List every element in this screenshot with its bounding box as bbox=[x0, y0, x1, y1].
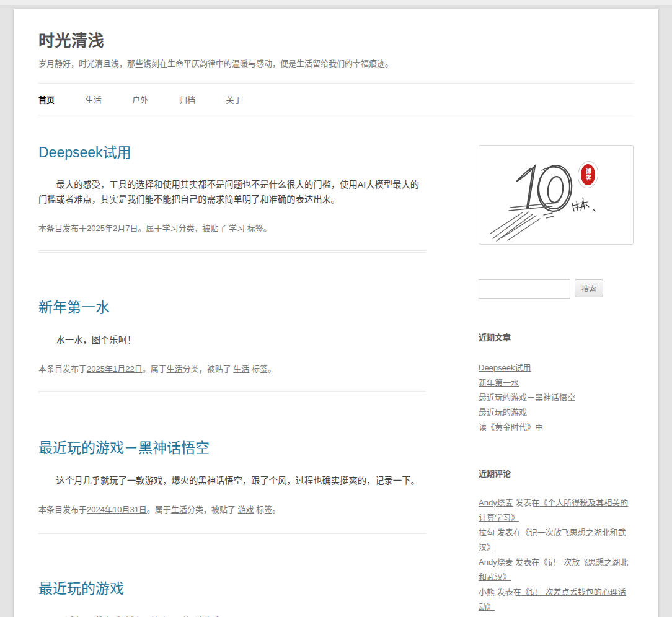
meta-text: 。属于 bbox=[138, 224, 162, 233]
recent-posts-widget: 近期文章 Deepseek试用 新年第一水 最近玩的游戏－黑神话悟空 最近玩的游… bbox=[479, 331, 634, 435]
nav-item-life[interactable]: 生活 bbox=[86, 95, 102, 105]
site-card: 时光清浅 岁月静好，时光清且浅，那些镌刻在生命平仄韵律中的温暖与感动，便是生活留… bbox=[14, 9, 658, 617]
recent-post-link[interactable]: 读《黄金时代》中 bbox=[479, 422, 543, 432]
tag-link[interactable]: 学习 bbox=[229, 224, 245, 233]
nav-item-outdoor[interactable]: 户外 bbox=[132, 95, 148, 105]
comment-connector: 发表在 bbox=[513, 498, 540, 507]
nav-item-archive[interactable]: 归档 bbox=[179, 95, 195, 105]
sketch-10-drawing bbox=[479, 146, 633, 244]
post-meta: 本条目发布于2024年10月31日。属于生活分类，被贴了 游戏 标签。 bbox=[38, 504, 426, 515]
list-item: 新年第一水 bbox=[479, 375, 634, 390]
nav-item-home[interactable]: 首页 bbox=[38, 95, 55, 105]
meta-text: 。属于 bbox=[147, 505, 171, 514]
search-input[interactable] bbox=[479, 279, 570, 299]
sidebar: 博客 搜索 近期文章 Deepseek试用 新年第一水 最近玩的游戏－黑神话悟空… bbox=[479, 144, 634, 617]
tag-link[interactable]: 生活 bbox=[233, 364, 249, 374]
site-tagline: 岁月静好，时光清且浅，那些镌刻在生命平仄韵律中的温暖与感动，便是生活留给我们的幸… bbox=[38, 58, 634, 70]
meta-text: 分类，被贴了 bbox=[183, 364, 234, 374]
post-date-link[interactable]: 2025年2月7日 bbox=[87, 224, 138, 233]
comment-connector: 发表在 bbox=[495, 587, 521, 597]
recent-posts-title: 近期文章 bbox=[479, 331, 634, 343]
list-item: 小熊 发表在《记一次差点丢钱包的心理活动》 bbox=[479, 585, 634, 615]
content-area: Deepseek试用 最大的感受，工具的选择和使用其实都不是问题也不是什么很大的… bbox=[38, 115, 634, 617]
recent-posts-list: Deepseek试用 新年第一水 最近玩的游戏－黑神话悟空 最近玩的游戏 读《黄… bbox=[479, 361, 634, 435]
recent-post-link[interactable]: Deepseek试用 bbox=[479, 363, 531, 372]
post-date-link[interactable]: 2025年1月22日 bbox=[87, 364, 143, 374]
meta-text: 本条目发布于 bbox=[38, 364, 87, 374]
seal-text: 博客 bbox=[585, 168, 591, 181]
recent-post-link[interactable]: 最近玩的游戏－黑神话悟空 bbox=[479, 393, 575, 402]
list-item: Andy烧麦 发表在《记一次放飞思想之湖北和武汉》 bbox=[479, 555, 634, 585]
category-link[interactable]: 学习 bbox=[162, 224, 178, 233]
post-title: Deepseek试用 bbox=[38, 144, 426, 162]
comment-author-link[interactable]: Andy烧麦 bbox=[479, 498, 513, 507]
post-title-link[interactable]: 最近玩的游戏－黑神话悟空 bbox=[38, 440, 210, 456]
search-button[interactable]: 搜索 bbox=[575, 279, 603, 297]
post-new-year: 新年第一水 水一水，图个乐呵！ 本条目发布于2025年1月22日。属于生活分类，… bbox=[38, 299, 426, 393]
page-top-strip bbox=[0, 0, 672, 8]
post-meta: 本条目发布于2025年2月7日。属于学习分类，被贴了 学习 标签。 bbox=[38, 223, 426, 234]
recent-post-link[interactable]: 最近玩的游戏 bbox=[479, 408, 527, 417]
list-item: Andy烧麦 发表在《个人所得税及其相关的计算学习》 bbox=[479, 496, 634, 525]
post-date-link[interactable]: 2024年10月31日 bbox=[87, 505, 147, 514]
category-link[interactable]: 生活 bbox=[167, 364, 183, 374]
post-body: 水一水，图个乐呵！ bbox=[38, 333, 426, 348]
list-item: 拉勾 发表在《记一次放飞思想之湖北和武汉》 bbox=[479, 525, 634, 555]
comment-connector: 发表在 bbox=[513, 558, 540, 567]
list-item: 最近玩的游戏 bbox=[479, 405, 634, 420]
meta-text: 标签。 bbox=[254, 505, 281, 514]
recent-comments-list: Andy烧麦 发表在《个人所得税及其相关的计算学习》 拉勾 发表在《记一次放飞思… bbox=[479, 496, 634, 615]
meta-text: 标签。 bbox=[249, 364, 276, 374]
post-wukong: 最近玩的游戏－黑神话悟空 这个月几乎就玩了一款游戏，爆火的黑神话悟空，跟了个风，… bbox=[38, 439, 426, 534]
post-list: Deepseek试用 最大的感受，工具的选择和使用其实都不是问题也不是什么很大的… bbox=[38, 144, 426, 617]
meta-text: 本条目发布于 bbox=[38, 224, 87, 233]
blog-seal: 博客 bbox=[581, 164, 595, 185]
post-body: 最大的感受，工具的选择和使用其实都不是问题也不是什么很大的门槛，使用AI大模型最… bbox=[38, 177, 426, 207]
search-form: 搜索 bbox=[479, 279, 634, 299]
meta-text: 分类，被贴了 bbox=[178, 224, 229, 233]
post-body: 这个月几乎就玩了一款游戏，爆火的黑神话悟空，跟了个风，过程也确实挺爽的，记录一下… bbox=[38, 473, 426, 488]
comment-connector: 发表在 bbox=[495, 528, 521, 537]
category-link[interactable]: 生活 bbox=[171, 505, 187, 514]
anniversary-sketch-image: 博客 bbox=[479, 145, 634, 245]
site-header: 时光清浅 岁月静好，时光清且浅，那些镌刻在生命平仄韵律中的温暖与感动，便是生活留… bbox=[38, 9, 634, 70]
comment-author-link[interactable]: Andy烧麦 bbox=[479, 558, 513, 567]
post-games: 最近玩的游戏 最近在玩“戴森球计划”，简直是时间消失术。 bbox=[38, 580, 426, 617]
recent-comments-title: 近期评论 bbox=[479, 467, 634, 479]
post-meta: 本条目发布于2025年1月22日。属于生活分类，被贴了 生活 标签。 bbox=[38, 364, 426, 375]
post-title: 最近玩的游戏－黑神话悟空 bbox=[38, 439, 426, 457]
post-title-link[interactable]: Deepseek试用 bbox=[38, 144, 131, 160]
comment-author: 拉勾 bbox=[479, 528, 495, 537]
post-deepseek: Deepseek试用 最大的感受，工具的选择和使用其实都不是问题也不是什么很大的… bbox=[38, 144, 426, 253]
post-body: 最近在玩“戴森球计划”，简直是时间消失术。 bbox=[38, 614, 426, 617]
nav-item-about[interactable]: 关于 bbox=[226, 95, 242, 105]
meta-text: 标签。 bbox=[245, 224, 272, 233]
site-title[interactable]: 时光清浅 bbox=[38, 32, 634, 51]
meta-text: 分类，被贴了 bbox=[187, 505, 238, 514]
post-title: 最近玩的游戏 bbox=[38, 580, 426, 598]
main-nav: 首页 生活 户外 归档 关于 bbox=[38, 83, 634, 115]
list-item: 最近玩的游戏－黑神话悟空 bbox=[479, 390, 634, 405]
post-title-link[interactable]: 最近玩的游戏 bbox=[38, 580, 124, 597]
post-title: 新年第一水 bbox=[38, 299, 426, 317]
recent-comments-widget: 近期评论 Andy烧麦 发表在《个人所得税及其相关的计算学习》 拉勾 发表在《记… bbox=[479, 467, 634, 615]
post-title-link[interactable]: 新年第一水 bbox=[38, 299, 110, 315]
comment-author: 小熊 bbox=[479, 587, 495, 597]
tag-link[interactable]: 游戏 bbox=[238, 505, 254, 514]
meta-text: 本条目发布于 bbox=[38, 505, 87, 514]
meta-text: 。属于 bbox=[143, 364, 167, 374]
recent-post-link[interactable]: 新年第一水 bbox=[479, 378, 519, 387]
list-item: 读《黄金时代》中 bbox=[479, 420, 634, 435]
list-item: Deepseek试用 bbox=[479, 361, 634, 375]
